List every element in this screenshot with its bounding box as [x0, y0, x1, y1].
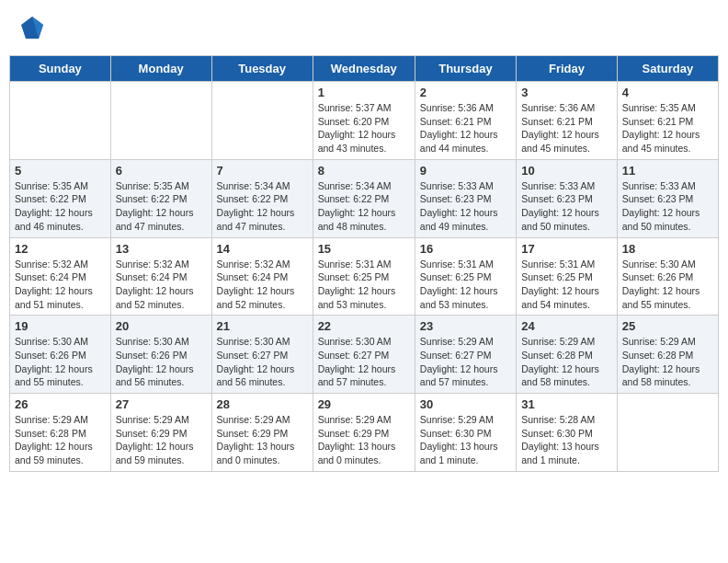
day-info: Sunrise: 5:36 AM Sunset: 6:21 PM Dayligh…: [521, 101, 612, 155]
day-info: Sunrise: 5:31 AM Sunset: 6:25 PM Dayligh…: [420, 258, 511, 312]
calendar-cell: 13Sunrise: 5:32 AM Sunset: 6:24 PM Dayli…: [110, 237, 211, 316]
calendar-header-tuesday: Tuesday: [211, 56, 313, 82]
calendar-header-monday: Monday: [110, 56, 211, 82]
day-info: Sunrise: 5:33 AM Sunset: 6:23 PM Dayligh…: [420, 179, 511, 234]
calendar-cell: [617, 394, 718, 472]
calendar-cell: 20Sunrise: 5:30 AM Sunset: 6:26 PM Dayli…: [110, 316, 211, 394]
day-number: 29: [318, 397, 410, 411]
calendar-cell: 1Sunrise: 5:37 AM Sunset: 6:20 PM Daylig…: [313, 82, 415, 160]
day-number: 1: [318, 86, 410, 99]
logo-icon: [18, 14, 46, 41]
day-info: Sunrise: 5:29 AM Sunset: 6:28 PM Dayligh…: [521, 335, 612, 389]
day-number: 10: [521, 164, 612, 178]
calendar-cell: 17Sunrise: 5:31 AM Sunset: 6:25 PM Dayli…: [517, 237, 618, 316]
day-info: Sunrise: 5:35 AM Sunset: 6:22 PM Dayligh…: [15, 179, 106, 234]
day-info: Sunrise: 5:31 AM Sunset: 6:25 PM Dayligh…: [318, 258, 410, 312]
calendar-cell: 18Sunrise: 5:30 AM Sunset: 6:26 PM Dayli…: [617, 237, 718, 316]
calendar-cell: 26Sunrise: 5:29 AM Sunset: 6:28 PM Dayli…: [10, 394, 111, 472]
day-info: Sunrise: 5:29 AM Sunset: 6:29 PM Dayligh…: [116, 413, 207, 467]
calendar-cell: 29Sunrise: 5:29 AM Sunset: 6:29 PM Dayli…: [313, 394, 415, 472]
day-info: Sunrise: 5:30 AM Sunset: 6:26 PM Dayligh…: [116, 335, 207, 389]
day-info: Sunrise: 5:32 AM Sunset: 6:24 PM Dayligh…: [217, 258, 308, 312]
calendar-cell: 8Sunrise: 5:34 AM Sunset: 6:22 PM Daylig…: [313, 159, 415, 237]
day-number: 26: [15, 397, 106, 411]
day-number: 25: [622, 319, 713, 333]
calendar-cell: 30Sunrise: 5:29 AM Sunset: 6:30 PM Dayli…: [415, 394, 516, 472]
calendar-cell: 31Sunrise: 5:28 AM Sunset: 6:30 PM Dayli…: [517, 394, 618, 472]
day-info: Sunrise: 5:35 AM Sunset: 6:22 PM Dayligh…: [116, 179, 207, 234]
day-number: 17: [521, 242, 612, 256]
calendar-week-row: 5Sunrise: 5:35 AM Sunset: 6:22 PM Daylig…: [10, 159, 719, 237]
calendar-cell: 28Sunrise: 5:29 AM Sunset: 6:29 PM Dayli…: [211, 394, 313, 472]
calendar-cell: 6Sunrise: 5:35 AM Sunset: 6:22 PM Daylig…: [110, 159, 211, 237]
day-number: 13: [116, 242, 207, 256]
calendar-cell: [10, 82, 111, 160]
day-number: 22: [318, 319, 410, 333]
day-number: 5: [15, 164, 106, 178]
calendar-cell: [211, 82, 313, 160]
calendar-cell: 23Sunrise: 5:29 AM Sunset: 6:27 PM Dayli…: [415, 316, 516, 394]
day-info: Sunrise: 5:28 AM Sunset: 6:30 PM Dayligh…: [521, 413, 612, 467]
day-number: 30: [420, 397, 511, 411]
calendar-table: SundayMondayTuesdayWednesdayThursdayFrid…: [9, 55, 719, 472]
day-info: Sunrise: 5:30 AM Sunset: 6:26 PM Dayligh…: [622, 258, 713, 312]
logo: [18, 14, 50, 41]
day-info: Sunrise: 5:29 AM Sunset: 6:27 PM Dayligh…: [420, 335, 511, 389]
day-info: Sunrise: 5:32 AM Sunset: 6:24 PM Dayligh…: [116, 258, 207, 312]
calendar-cell: 2Sunrise: 5:36 AM Sunset: 6:21 PM Daylig…: [415, 82, 516, 160]
calendar-week-row: 19Sunrise: 5:30 AM Sunset: 6:26 PM Dayli…: [10, 316, 719, 394]
day-number: 27: [116, 397, 207, 411]
calendar-cell: 27Sunrise: 5:29 AM Sunset: 6:29 PM Dayli…: [110, 394, 211, 472]
calendar-header-thursday: Thursday: [415, 56, 516, 82]
day-info: Sunrise: 5:33 AM Sunset: 6:23 PM Dayligh…: [622, 179, 713, 234]
calendar-cell: 7Sunrise: 5:34 AM Sunset: 6:22 PM Daylig…: [211, 159, 313, 237]
day-number: 19: [15, 319, 106, 333]
day-info: Sunrise: 5:29 AM Sunset: 6:29 PM Dayligh…: [318, 413, 410, 467]
day-info: Sunrise: 5:32 AM Sunset: 6:24 PM Dayligh…: [15, 258, 106, 312]
day-info: Sunrise: 5:30 AM Sunset: 6:26 PM Dayligh…: [15, 335, 106, 389]
calendar-header-wednesday: Wednesday: [313, 56, 415, 82]
day-info: Sunrise: 5:34 AM Sunset: 6:22 PM Dayligh…: [217, 179, 308, 234]
calendar-cell: 21Sunrise: 5:30 AM Sunset: 6:27 PM Dayli…: [211, 316, 313, 394]
day-info: Sunrise: 5:29 AM Sunset: 6:29 PM Dayligh…: [217, 413, 308, 467]
day-info: Sunrise: 5:37 AM Sunset: 6:20 PM Dayligh…: [318, 101, 410, 155]
calendar-cell: 10Sunrise: 5:33 AM Sunset: 6:23 PM Dayli…: [517, 159, 618, 237]
day-number: 8: [318, 164, 410, 178]
day-number: 14: [217, 242, 308, 256]
day-info: Sunrise: 5:29 AM Sunset: 6:28 PM Dayligh…: [15, 413, 106, 467]
calendar-header-sunday: Sunday: [10, 56, 111, 82]
day-number: 6: [116, 164, 207, 178]
day-info: Sunrise: 5:30 AM Sunset: 6:27 PM Dayligh…: [217, 335, 308, 389]
day-info: Sunrise: 5:35 AM Sunset: 6:21 PM Dayligh…: [622, 101, 713, 155]
calendar-cell: 12Sunrise: 5:32 AM Sunset: 6:24 PM Dayli…: [10, 237, 111, 316]
day-number: 7: [217, 164, 308, 178]
day-number: 11: [622, 164, 713, 178]
calendar-header-friday: Friday: [517, 56, 618, 82]
calendar-cell: 3Sunrise: 5:36 AM Sunset: 6:21 PM Daylig…: [517, 82, 618, 160]
day-number: 28: [217, 397, 308, 411]
day-number: 4: [622, 86, 713, 99]
day-number: 24: [521, 319, 612, 333]
day-info: Sunrise: 5:36 AM Sunset: 6:21 PM Dayligh…: [420, 101, 511, 155]
day-info: Sunrise: 5:33 AM Sunset: 6:23 PM Dayligh…: [521, 179, 612, 234]
calendar-cell: 22Sunrise: 5:30 AM Sunset: 6:27 PM Dayli…: [313, 316, 415, 394]
calendar-cell: 11Sunrise: 5:33 AM Sunset: 6:23 PM Dayli…: [617, 159, 718, 237]
day-number: 16: [420, 242, 511, 256]
calendar-header-row: SundayMondayTuesdayWednesdayThursdayFrid…: [10, 56, 719, 82]
calendar-cell: 16Sunrise: 5:31 AM Sunset: 6:25 PM Dayli…: [415, 237, 516, 316]
day-info: Sunrise: 5:29 AM Sunset: 6:28 PM Dayligh…: [622, 335, 713, 389]
day-number: 2: [420, 86, 511, 99]
calendar-week-row: 26Sunrise: 5:29 AM Sunset: 6:28 PM Dayli…: [10, 394, 719, 472]
day-info: Sunrise: 5:34 AM Sunset: 6:22 PM Dayligh…: [318, 179, 410, 234]
calendar-cell: 5Sunrise: 5:35 AM Sunset: 6:22 PM Daylig…: [10, 159, 111, 237]
day-number: 18: [622, 242, 713, 256]
day-info: Sunrise: 5:30 AM Sunset: 6:27 PM Dayligh…: [318, 335, 410, 389]
calendar-week-row: 1Sunrise: 5:37 AM Sunset: 6:20 PM Daylig…: [10, 82, 719, 160]
calendar-cell: 15Sunrise: 5:31 AM Sunset: 6:25 PM Dayli…: [313, 237, 415, 316]
day-number: 21: [217, 319, 308, 333]
day-info: Sunrise: 5:29 AM Sunset: 6:30 PM Dayligh…: [420, 413, 511, 467]
day-number: 3: [521, 86, 612, 99]
calendar-cell: 24Sunrise: 5:29 AM Sunset: 6:28 PM Dayli…: [517, 316, 618, 394]
calendar-cell: 14Sunrise: 5:32 AM Sunset: 6:24 PM Dayli…: [211, 237, 313, 316]
calendar-cell: 25Sunrise: 5:29 AM Sunset: 6:28 PM Dayli…: [617, 316, 718, 394]
